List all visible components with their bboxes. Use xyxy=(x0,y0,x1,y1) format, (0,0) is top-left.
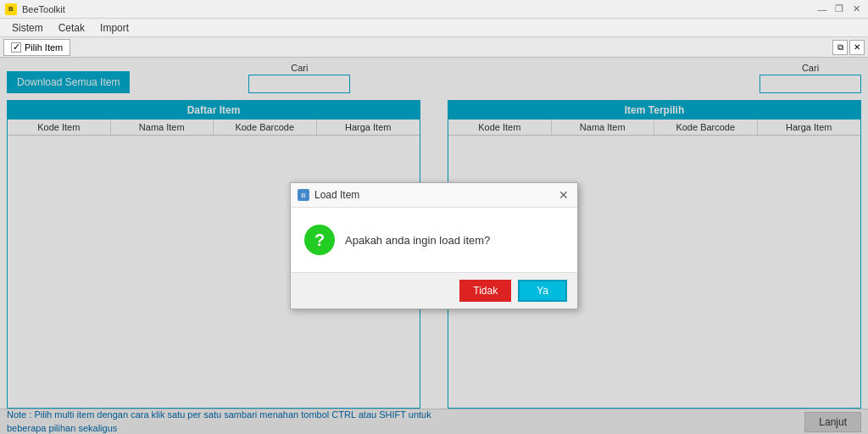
dialog-close-button[interactable]: ✕ xyxy=(557,188,570,202)
menu-import[interactable]: Import xyxy=(93,20,136,36)
menubar: Sistem Cetak Import xyxy=(0,19,868,37)
ya-button[interactable]: Ya xyxy=(518,280,567,302)
app-logo: B xyxy=(5,3,17,15)
dialog-footer: Tidak Ya xyxy=(291,272,577,309)
tab-close-icon[interactable]: ✕ xyxy=(849,40,865,55)
restore-icon[interactable]: ⧉ xyxy=(832,40,848,55)
titlebar-left: B BeeToolkit xyxy=(5,3,65,15)
load-item-dialog: B Load Item ✕ ? Apakah anda ingin load i… xyxy=(290,182,578,309)
tab-pilih-item[interactable]: ✓ Pilih Item xyxy=(3,39,70,56)
window-controls: — ❐ ✕ xyxy=(815,3,863,16)
dialog-message: Apakah anda ingin load item? xyxy=(345,234,490,247)
tab-label: Pilih Item xyxy=(25,42,63,53)
dialog-logo: B xyxy=(298,189,309,201)
dialog-title-left: B Load Item xyxy=(298,189,359,201)
tab-checkbox: ✓ xyxy=(11,42,21,53)
dialog-body: ? Apakah anda ingin load item? xyxy=(291,208,577,272)
tabbar-icons: ⧉ ✕ xyxy=(832,40,865,55)
main-window: B BeeToolkit — ❐ ✕ Sistem Cetak Import ✓… xyxy=(0,0,868,434)
app-title: BeeToolkit xyxy=(22,4,65,14)
tabbar: ✓ Pilih Item ⧉ ✕ xyxy=(0,37,868,58)
tidak-button[interactable]: Tidak xyxy=(459,280,511,302)
maximize-button[interactable]: ❐ xyxy=(832,3,846,16)
close-button[interactable]: ✕ xyxy=(849,3,863,16)
dialog-title: Load Item xyxy=(314,189,359,201)
titlebar: B BeeToolkit — ❐ ✕ xyxy=(0,0,868,19)
menu-cetak[interactable]: Cetak xyxy=(52,20,92,36)
menu-sistem[interactable]: Sistem xyxy=(5,20,50,36)
minimize-button[interactable]: — xyxy=(815,3,829,16)
dialog-overlay: B Load Item ✕ ? Apakah anda ingin load i… xyxy=(0,58,868,434)
dialog-question-icon: ? xyxy=(304,225,335,255)
content-area: Download Semua Item Cari Cari Daftar Ite… xyxy=(0,58,868,434)
dialog-titlebar: B Load Item ✕ xyxy=(291,183,577,208)
